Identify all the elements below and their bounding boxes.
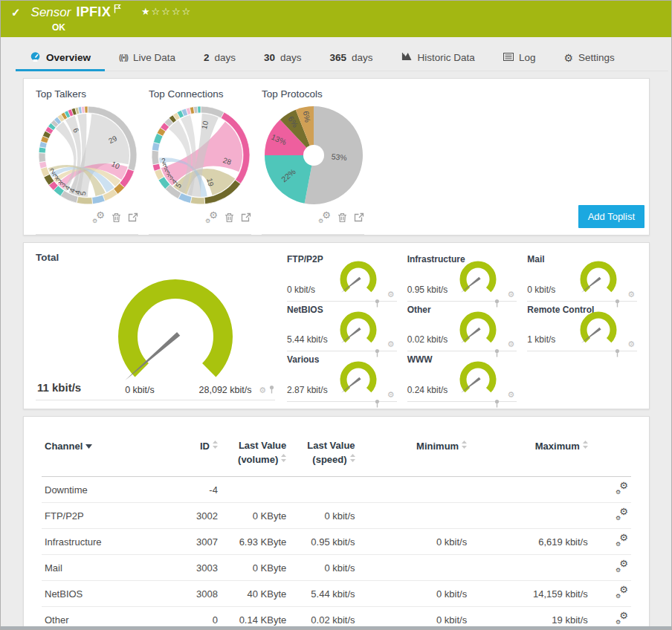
- column-header-minimum[interactable]: Minimum: [358, 427, 471, 477]
- gauge-tile-ftp-p2p: FTP/P2P0 kbit/s⚙: [287, 251, 397, 302]
- gear-icon[interactable]: ⚙: [627, 340, 635, 348]
- gauge-tile-infrastructure: Infrastructure0.95 kbit/s⚙: [407, 251, 517, 302]
- gear-icon: ⚙: [563, 53, 573, 63]
- mini-gauge: [336, 310, 381, 348]
- channel-gauge-grid: FTP/P2P0 kbit/s⚙Infrastructure0.95 kbit/…: [287, 251, 637, 400]
- sensor-name: IPFIX: [76, 4, 111, 20]
- total-label: Total: [36, 252, 59, 263]
- tab-settings[interactable]: ⚙Settings: [549, 45, 628, 71]
- toplist-title: Top Protocols: [262, 88, 364, 100]
- tab-days[interactable]: 365days: [316, 45, 387, 71]
- gear-icon[interactable]: ⚙: [627, 290, 635, 299]
- tab-bar: Overview((•))Live Data2days30days365days…: [16, 45, 668, 71]
- popout-icon[interactable]: [241, 212, 251, 222]
- prtg-sensor-page: ✓ Sensor IPFIX ★☆☆☆☆ OK Overview((•))Liv…: [0, 0, 672, 630]
- tile-toolbar: ⚙: [507, 290, 517, 299]
- sort-icon: [350, 452, 355, 466]
- popout-icon[interactable]: [128, 212, 138, 222]
- chord-chart[interactable]: 102819233345: [149, 101, 253, 210]
- channel-settings-gears-icon[interactable]: ⚙⚙: [616, 587, 628, 598]
- last-speed-cell: [289, 477, 358, 503]
- channel-name: FTP/P2P: [287, 254, 323, 264]
- gear-icon[interactable]: ⚙: [507, 391, 514, 399]
- pie-chart[interactable]: 53%22%13%6%6%: [262, 101, 366, 210]
- channel-cell: Mail: [42, 555, 167, 581]
- tab-overview[interactable]: Overview: [16, 45, 105, 71]
- gear-icon[interactable]: ⚙: [387, 340, 395, 348]
- gauge-tile-other: Other0.02 kbit/s⚙: [407, 302, 517, 352]
- channel-settings-gears-icon[interactable]: ⚙⚙: [616, 613, 628, 624]
- maximum-cell: [470, 503, 591, 529]
- mini-gauge: [456, 310, 500, 348]
- toplist-toolbar: ⚙⚙: [36, 211, 138, 224]
- channel-settings-gears-icon[interactable]: ⚙⚙: [616, 509, 628, 520]
- toplist-toolbar: ⚙⚙: [149, 211, 251, 224]
- mini-gauge: [576, 310, 621, 348]
- svg-text:53%: 53%: [331, 152, 347, 162]
- column-header-channel[interactable]: Channel: [42, 427, 167, 477]
- column-header-maximum[interactable]: Maximum: [470, 427, 591, 477]
- toplist-top-protocols: Top Protocols53%22%13%6%6%⚙⚙: [262, 87, 364, 235]
- channel-settings-gears-icon[interactable]: ⚙⚙: [616, 535, 628, 546]
- gears-icon[interactable]: ⚙⚙: [205, 212, 218, 223]
- id-cell: 3003: [167, 555, 221, 581]
- flag-icon[interactable]: [114, 3, 122, 16]
- popout-icon[interactable]: [354, 212, 364, 222]
- tab-historic-data[interactable]: Historic Data: [387, 45, 489, 71]
- tile-toolbar: ⚙: [387, 290, 397, 299]
- trash-icon[interactable]: [337, 212, 347, 223]
- maximum-cell: [470, 477, 591, 503]
- gauge-tile-www: WWW0.24 kbit/s⚙: [407, 351, 517, 402]
- add-toplist-button[interactable]: Add Toplist: [578, 205, 644, 228]
- tile-toolbar: ⚙: [387, 391, 397, 399]
- maximum-cell: 6,619 kbit/s: [470, 529, 591, 555]
- gauges-panel: Total 0 kbit/s 28,092 kbit/s 11 kbit/s ⚙…: [23, 242, 650, 409]
- row-settings-cell: ⚙⚙: [591, 529, 631, 555]
- last-volume-cell: 0 KByte: [221, 503, 289, 529]
- last-volume-cell: 6.93 KByte: [221, 529, 289, 555]
- gauge-tile-remote-control: Remote Control1 kbit/s⚙: [527, 302, 637, 352]
- last-volume-cell: 40 KByte: [221, 581, 289, 607]
- sort-icon: [462, 439, 467, 452]
- tab-days[interactable]: 30days: [250, 45, 316, 71]
- tile-toolbar: ⚙: [627, 340, 637, 348]
- tab-log[interactable]: Log: [489, 45, 550, 71]
- maximum-cell: 14,159 kbit/s: [470, 581, 591, 607]
- channel-table-panel: ChannelIDLast Value(volume)Last Value(sp…: [23, 416, 650, 630]
- tab-days[interactable]: 2days: [190, 45, 250, 71]
- column-header-last-value[interactable]: Last Value(speed): [289, 427, 358, 477]
- channel-cell: NetBIOS: [42, 581, 167, 607]
- gear-icon[interactable]: ⚙: [259, 386, 266, 394]
- channel-settings-gears-icon[interactable]: ⚙⚙: [616, 483, 628, 494]
- minimum-cell: 0 kbit/s: [358, 581, 471, 607]
- sort-icon: [583, 439, 588, 452]
- column-header-last-value[interactable]: Last Value(volume): [221, 427, 289, 477]
- trash-icon[interactable]: [112, 212, 121, 223]
- pin-icon[interactable]: [268, 383, 275, 397]
- gears-icon[interactable]: ⚙⚙: [92, 212, 105, 223]
- channel-settings-gears-icon[interactable]: ⚙⚙: [616, 561, 628, 572]
- chord-chart[interactable]: 6291023334445: [36, 101, 140, 210]
- ok-checkmark-icon: ✓: [11, 6, 21, 19]
- mini-gauge: [456, 360, 500, 398]
- tile-toolbar: ⚙: [507, 340, 517, 348]
- channel-value: 0.24 kbit/s: [407, 385, 448, 395]
- gauge-icon: [30, 51, 41, 64]
- gear-icon[interactable]: ⚙: [507, 290, 514, 299]
- gauge-min-label: 0 kbit/s: [99, 385, 181, 395]
- gear-icon[interactable]: ⚙: [387, 290, 395, 299]
- trash-icon[interactable]: [224, 212, 234, 223]
- gear-icon[interactable]: ⚙: [387, 391, 395, 399]
- column-header-id[interactable]: ID: [167, 427, 221, 477]
- tab-live-data[interactable]: ((•))Live Data: [105, 45, 190, 71]
- gear-icon[interactable]: ⚙: [507, 340, 514, 348]
- channel-table: ChannelIDLast Value(volume)Last Value(sp…: [42, 427, 631, 630]
- gauge-tile-netbios: NetBIOS5.44 kbit/s⚙: [287, 302, 397, 352]
- row-settings-cell: ⚙⚙: [591, 555, 631, 581]
- priority-stars[interactable]: ★☆☆☆☆: [141, 6, 192, 17]
- channel-name: Other: [407, 305, 431, 315]
- window-bottom-edge: [1, 626, 671, 629]
- last-speed-cell: 0 kbit/s: [289, 555, 358, 581]
- last-speed-cell: 5.44 kbit/s: [289, 581, 358, 607]
- gears-icon[interactable]: ⚙⚙: [318, 212, 331, 223]
